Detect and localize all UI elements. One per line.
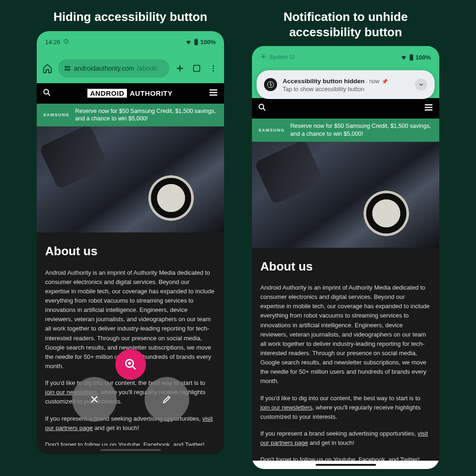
svg-point-9 <box>213 67 214 69</box>
site-header: ANDROID AUTHORITY <box>252 98 439 119</box>
notification-subtitle: Tap to show accessibility button <box>283 86 410 93</box>
accessibility-zoom-button[interactable] <box>115 349 146 380</box>
notification-shade: System UI 100% <box>252 46 439 99</box>
wifi-icon <box>185 39 192 46</box>
vpn-icon <box>63 39 69 46</box>
svg-rect-2 <box>195 39 197 40</box>
battery-percent: 100% <box>200 39 216 46</box>
paragraph-1: Android Authority is an imprint of Autho… <box>260 283 431 386</box>
svg-point-13 <box>259 104 264 109</box>
gesture-bar[interactable] <box>37 446 224 454</box>
svg-point-6 <box>68 69 69 70</box>
promo-banner[interactable]: SAMSUNG Reserve now for $50 Samsung Cred… <box>37 104 224 127</box>
accessibility-icon <box>264 78 277 91</box>
promo-brand: SAMSUNG <box>258 127 285 133</box>
hamburger-icon[interactable] <box>423 102 434 114</box>
edit-button[interactable] <box>145 377 189 422</box>
svg-rect-1 <box>194 40 198 46</box>
system-ui-label: System UI <box>269 54 295 60</box>
phone-left: 14:26 100% <box>37 31 224 454</box>
hero-image <box>37 126 224 232</box>
notification-time: · now <box>364 78 379 85</box>
address-bar[interactable]: androidauthority.com/about/ <box>58 59 169 78</box>
svg-rect-7 <box>193 65 199 71</box>
caption-left: Hiding accessibility button <box>53 9 207 25</box>
browser-toolbar: androidauthority.com/about/ <box>37 53 224 83</box>
svg-rect-16 <box>410 54 412 55</box>
phone-right: ANDROID AUTHORITY SAMSUNG Reserve now fo… <box>252 46 439 469</box>
tabs-icon[interactable] <box>191 62 203 74</box>
home-icon[interactable] <box>41 62 53 74</box>
promo-brand: SAMSUNG <box>43 112 70 118</box>
article-body: About us Android Authority is an imprint… <box>252 248 439 469</box>
newsletter-link[interactable]: join our newsletters <box>260 404 312 411</box>
promo-text: Reserve now for $50 Samsung Credit, $1,5… <box>291 122 433 138</box>
site-logo[interactable]: ANDROID AUTHORITY <box>87 89 173 98</box>
menu-icon[interactable] <box>207 62 219 74</box>
close-button[interactable] <box>72 377 117 422</box>
battery-percent: 100% <box>416 54 431 61</box>
chevron-down-icon[interactable] <box>415 79 427 91</box>
hamburger-icon[interactable] <box>208 87 218 99</box>
status-bar: 14:26 100% <box>37 31 224 53</box>
clock-time: 14:26 <box>45 39 60 46</box>
svg-point-5 <box>66 66 67 67</box>
svg-point-18 <box>270 82 271 83</box>
accessibility-actions <box>72 377 189 422</box>
svg-point-8 <box>213 65 214 66</box>
svg-point-11 <box>44 89 48 94</box>
svg-point-10 <box>213 70 214 71</box>
notification-title: Accessibility button hidden <box>283 78 364 85</box>
page-title: About us <box>45 242 216 260</box>
battery-icon <box>409 54 414 61</box>
caption-right: Notification to unhide accessibility but… <box>252 9 439 40</box>
promo-text: Reserve now for $50 Samsung Credit, $1,5… <box>75 107 218 123</box>
wifi-icon <box>400 54 407 61</box>
svg-rect-15 <box>410 54 413 60</box>
url-path: /about/ <box>137 65 157 72</box>
site-header: ANDROID AUTHORITY <box>37 83 224 104</box>
paragraph-2: If you'd like to dig into our content, t… <box>260 394 431 422</box>
gear-icon <box>260 53 266 61</box>
paragraph-3: If you represent a brand seeking adverti… <box>260 429 431 448</box>
hero-image <box>252 142 439 248</box>
new-tab-icon[interactable] <box>174 62 186 74</box>
search-icon[interactable] <box>258 103 267 114</box>
promo-banner[interactable]: SAMSUNG Reserve now for $50 Samsung Cred… <box>252 119 439 142</box>
search-icon[interactable] <box>42 88 52 99</box>
pin-icon: 📌 <box>382 79 388 84</box>
site-settings-icon <box>64 65 71 72</box>
gesture-bar[interactable] <box>252 461 439 469</box>
battery-icon <box>194 39 198 46</box>
notification-card[interactable]: Accessibility button hidden · now 📌 Tap … <box>257 70 435 99</box>
url-domain: androidauthority.com <box>74 65 134 72</box>
page-title: About us <box>260 257 431 276</box>
status-bar: System UI 100% <box>252 46 439 68</box>
svg-point-14 <box>263 56 264 57</box>
